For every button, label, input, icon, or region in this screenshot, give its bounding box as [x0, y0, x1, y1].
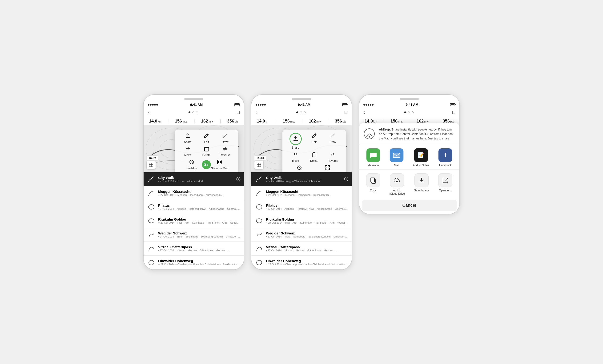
status-time-1: 9:41 AM: [190, 103, 203, 107]
route-item-rigi-2[interactable]: Rigikulm Goldau ○ 27 Oct 2014 – Rigi – A…: [251, 214, 352, 228]
edit-icon-1: [204, 133, 209, 139]
ctx-delete-2[interactable]: Delete: [307, 152, 321, 163]
route-item-rigi-1[interactable]: Rigikulm Goldau ○ 27 Oct 2014 – Rigi – A…: [144, 214, 244, 228]
share-action-copy[interactable]: Copy: [366, 173, 380, 195]
route-item-obwalder-2[interactable]: Obwalder Höhenweg ○ 27 Oct 2014 – Oberha…: [251, 256, 352, 269]
nav-bar-3: ‹ □: [359, 108, 459, 117]
svg-point-29: [256, 205, 262, 209]
route-item-weg-1[interactable]: Weg der Schweiz • 27 Oct 2014 – Treib – …: [144, 228, 244, 242]
showonmap-icon-2: [325, 165, 330, 171]
tours-label-2: Tours: [254, 155, 266, 161]
route-thumb-active-2: [255, 175, 264, 184]
dot-active-2: [296, 111, 298, 113]
dot-inactive-2a: [300, 111, 302, 113]
stats-bar-1: 14.0 km | 156 m▲ | 162 m▼ | 356 pts: [144, 117, 244, 125]
reverse-icon-1: [222, 146, 228, 153]
zoom-btn-1[interactable]: [146, 160, 156, 170]
ctx-move-2[interactable]: Move: [289, 152, 303, 163]
back-button-2[interactable]: ‹: [255, 109, 257, 115]
svg-point-14: [149, 219, 154, 223]
context-menu-1: Share Edit: [175, 130, 238, 172]
ctx-share-2[interactable]: Share: [289, 133, 303, 149]
facebook-label: Facebook: [439, 164, 452, 167]
stat-distance-val-1: 14.0: [149, 119, 157, 124]
status-time-2: 9:41 AM: [298, 103, 311, 107]
share-action-icloud[interactable]: Add toiCloud Drive: [390, 173, 405, 195]
chat-icon-2[interactable]: □: [345, 110, 348, 115]
route-item-pilatus-2[interactable]: Pilatus • 27 Oct 2014 – Alpnach – Hergis…: [251, 200, 352, 214]
info-icon-active-2[interactable]: ⓘ: [344, 176, 348, 182]
ctx-draw-2[interactable]: Draw: [326, 133, 340, 149]
ctx-move-1[interactable]: Move: [181, 146, 195, 157]
cancel-button[interactable]: Cancel: [362, 200, 457, 211]
ctx-visibility-2[interactable]: Visibility: [292, 165, 306, 172]
route-name-active-2: City Walk: [266, 176, 342, 180]
notes-label: Add to Notes: [413, 164, 429, 167]
phone-speaker-2: [292, 98, 311, 100]
route-item-active-1[interactable]: City Walk • 27 Oct 2016 – Br... – ... – …: [144, 172, 244, 186]
route-item-meggen-1[interactable]: Meggen Küssnacht ○ 27 Oct 2014 – Meggen …: [144, 186, 244, 200]
ctx-showonmap-2[interactable]: Show on Map: [319, 165, 336, 172]
ctx-reverse-1[interactable]: Reverse: [218, 146, 232, 157]
showonmap-icon-1: [217, 159, 222, 166]
back-button-1[interactable]: ‹: [148, 109, 150, 115]
airdrop-description: AirDrop: Share instantly with people nea…: [379, 127, 456, 141]
route-item-active-2[interactable]: City Walk • 27 Oct 2016 – Brugg – Windis…: [251, 172, 352, 186]
route-thumb-rigi-1: [147, 216, 156, 225]
share-label-2: Share: [292, 146, 299, 149]
reverse-label-2: Reverse: [328, 159, 338, 163]
route-item-vitznau-1[interactable]: Vitznau Gätterlipass • 27 Oct 2014 – Vit…: [144, 242, 244, 256]
signal-dots-2: [255, 103, 266, 106]
ctx-row-2: Move Delete: [178, 146, 234, 157]
zoom-btn-2[interactable]: [254, 160, 264, 170]
svg-point-30: [256, 219, 262, 223]
route-item-weg-2[interactable]: Weg der Schweiz • 27 Oct 2014 – Treib – …: [251, 228, 352, 242]
ctx-showonmap-1[interactable]: Show on Map: [211, 159, 228, 170]
chat-icon-3[interactable]: □: [452, 110, 455, 115]
phone-speaker-3: [400, 98, 419, 100]
ctx-share-1[interactable]: Share: [181, 133, 195, 144]
dot-inactive-1b: [196, 111, 198, 113]
share-app-notes[interactable]: 📝 Add to Notes: [413, 148, 429, 167]
svg-rect-24: [257, 165, 259, 167]
info-icon-active-1[interactable]: ⓘ: [236, 176, 241, 182]
svg-rect-7: [151, 163, 153, 165]
route-item-obwalder-1[interactable]: Obwalder Höhenweg ○ 27 Oct 2014 – Oberha…: [144, 256, 244, 269]
ctx-reverse-2[interactable]: Reverse: [326, 152, 340, 163]
share-app-message[interactable]: Message: [366, 148, 380, 167]
ctx-edit-2[interactable]: Edit: [307, 133, 321, 149]
dot-inactive-3b: [412, 111, 414, 113]
share-action-save[interactable]: Save Image: [414, 173, 429, 195]
battery-3: [450, 103, 455, 106]
route-item-meggen-2[interactable]: Meggen Küssnacht ○ 27 Oct 2014 – Meggen …: [251, 186, 352, 200]
route-info-vitznau-1: Vitznau Gätterlipass • 27 Oct 2014 – Vit…: [158, 245, 241, 252]
ctx-visibility-1[interactable]: Visibility: [185, 159, 199, 170]
back-button-3[interactable]: ‹: [363, 109, 365, 115]
stat-div-1: |: [168, 119, 169, 124]
delete-icon-2: [311, 152, 317, 158]
stat-distance-unit-1: km: [158, 120, 162, 123]
share-action-open[interactable]: Open in ...: [438, 173, 452, 195]
route-thumb-obwalder-1: [147, 258, 156, 267]
route-item-vitznau-2[interactable]: Vitznau Gätterlipass • 27 Oct 2014 – Vit…: [251, 242, 352, 256]
nav-bar-2: ‹ □: [251, 108, 352, 117]
ctx-edit-1[interactable]: Edit: [199, 133, 213, 144]
svg-rect-23: [259, 163, 261, 165]
route-list-1: City Walk • 27 Oct 2016 – Br... – ... – …: [144, 172, 244, 269]
share-app-mail[interactable]: Mail: [390, 148, 404, 167]
move-icon-2: [293, 152, 298, 158]
route-item-pilatus-1[interactable]: Pilatus • 27 Oct 2014 – Alpnach – Hergis…: [144, 200, 244, 214]
phone-speaker-1: [184, 98, 203, 100]
move-icon-1: [185, 146, 191, 153]
showonmap-label-1: Show on Map: [211, 167, 228, 170]
chat-icon-1[interactable]: □: [237, 110, 240, 115]
ctx-draw-1[interactable]: Draw: [218, 133, 232, 144]
phone-3: 9:41 AM ‹ □ 14.0 km | 156 m▲ |: [359, 94, 460, 214]
icloud-label: Add toiCloud Drive: [390, 189, 405, 195]
share-app-facebook[interactable]: f Facebook: [438, 148, 452, 167]
open-in-label: Open in ...: [439, 189, 452, 192]
ctx-delete-1[interactable]: Delete: [199, 146, 213, 157]
stat-distance-1: 14.0 km: [149, 119, 162, 124]
svg-rect-9: [151, 165, 153, 167]
svg-rect-22: [257, 163, 259, 165]
